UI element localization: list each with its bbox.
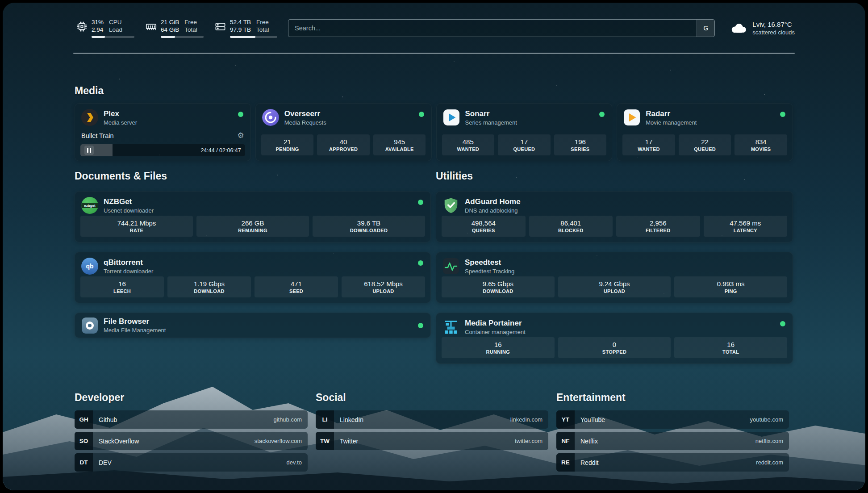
social-bookmarks: LI LinkedIn linkedin.com TW Twitter twit… [316, 410, 548, 450]
bookmark-abbr: SO [75, 432, 93, 450]
disk-icon [214, 21, 226, 33]
app-card-qbittorrent[interactable]: qb qBittorrent Torrent downloader 16LEEC… [75, 252, 431, 303]
qbittorrent-icon: qb [81, 258, 98, 275]
app-name: Radarr [646, 109, 697, 118]
cpu-load-value: 2.94 [92, 26, 104, 33]
adguard-icon [442, 197, 459, 214]
app-name: Media Portainer [465, 319, 526, 328]
section-title-developer: Developer [75, 391, 124, 404]
section-title-entertainment: Entertainment [556, 391, 626, 404]
app-card-plex[interactable]: Plex Media server Bullet Train ⚙ 24:44 /… [75, 103, 251, 161]
app-desc: Container management [465, 329, 526, 335]
header-divider [73, 53, 795, 54]
dashboard-screen: 31% 2.94 CPU Load [0, 0, 868, 493]
search-bar: G [288, 19, 715, 37]
stat-tile: 618.52 MbpsUPLOAD [342, 276, 425, 297]
bookmark-url: youtube.com [750, 416, 783, 423]
bookmark-twitter[interactable]: TW Twitter twitter.com [316, 432, 548, 450]
app-name: AdGuard Home [465, 197, 521, 206]
cloud-icon [729, 22, 748, 34]
app-card-speedtest[interactable]: Speedtest Speedtest Tracking 9.65 GbpsDO… [436, 252, 793, 303]
status-dot [418, 260, 423, 266]
weather-location: Lviv, 16.87°C [752, 21, 795, 28]
gear-icon[interactable]: ⚙ [238, 132, 244, 139]
app-desc: Torrent downloader [104, 268, 153, 275]
stat-tile: 1.19 GbpsDOWNLOAD [167, 276, 251, 297]
search-engine-button[interactable]: G [697, 20, 714, 37]
status-dot [418, 323, 423, 328]
disk-progress-bar [230, 36, 277, 38]
bookmark-abbr: NF [556, 432, 575, 450]
bookmark-abbr: DT [75, 453, 93, 472]
app-card-filebrowser[interactable]: File Browser Media File Management [75, 313, 431, 338]
plex-icon [81, 109, 98, 126]
bookmark-url: stackoverflow.com [255, 438, 302, 444]
bookmark-url: netflix.com [755, 438, 783, 444]
playback-time: 24:44 / 02:06:47 [200, 147, 241, 154]
bookmark-url: linkedin.com [510, 416, 542, 423]
app-desc: Usenet downloader [104, 207, 154, 214]
speedtest-icon [442, 258, 459, 275]
cpu-widget: 31% 2.94 CPU Load [76, 18, 134, 38]
stat-tile: 744.21 MbpsRATE [80, 216, 193, 237]
bookmark-url: dev.to [287, 459, 302, 466]
ram-progress-bar [161, 36, 204, 38]
ram-total-label: Total [184, 26, 197, 33]
bookmark-stackoverflow[interactable]: SO StackOverflow stackoverflow.com [75, 432, 308, 450]
app-name: NZBGet [104, 197, 154, 206]
pause-icon[interactable] [84, 146, 94, 155]
app-name: Speedtest [465, 258, 514, 267]
utilities-column: AdGuard Home DNS and adblocking 498,564Q… [436, 191, 793, 364]
cpu-progress-bar [92, 36, 134, 38]
bookmark-netflix[interactable]: NF Netflix netflix.com [556, 432, 789, 450]
bookmark-github[interactable]: GH Github github.com [75, 410, 308, 429]
app-card-sonarr[interactable]: Sonarr Series management 485WANTED 17QUE… [436, 103, 613, 161]
ram-widget: 21 GiB 64 GiB Free Total [145, 18, 204, 38]
bookmark-abbr: YT [556, 410, 575, 429]
app-desc: Media Requests [284, 119, 326, 126]
ram-free-value: 21 GiB [161, 18, 179, 26]
radarr-icon [623, 109, 640, 126]
bookmark-name: StackOverflow [99, 438, 139, 445]
bookmark-youtube[interactable]: YT YouTube youtube.com [556, 410, 789, 429]
stat-tile: 17QUEUED [498, 134, 551, 155]
bookmark-reddit[interactable]: RE Reddit reddit.com [556, 453, 789, 472]
bookmark-name: Twitter [340, 438, 358, 445]
overseerr-icon [262, 109, 279, 126]
app-desc: Media server [104, 119, 137, 126]
ram-icon [145, 21, 157, 33]
stat-tile: 0.993 msPING [674, 276, 787, 297]
bookmark-url: twitter.com [515, 438, 542, 444]
app-name: qBittorrent [104, 258, 153, 267]
app-name: Overseerr [284, 109, 326, 118]
stat-tile: 22QUEUED [679, 134, 731, 155]
disk-widget: 52.4 TB 97.9 TB Free Total [214, 18, 277, 38]
stat-tile: 40APPROVED [317, 134, 370, 155]
cpu-label: CPU [109, 18, 122, 26]
stat-tile: 47.569 msLATENCY [704, 216, 788, 237]
bookmark-dev[interactable]: DT DEV dev.to [75, 453, 308, 472]
stat-tile: 9.65 GbpsDOWNLOAD [442, 276, 555, 297]
app-card-radarr[interactable]: Radarr Movie management 17WANTED 22QUEUE… [617, 103, 793, 161]
search-input[interactable] [288, 20, 697, 37]
section-title-utilities: Utilities [436, 170, 473, 182]
cpu-percent: 31% [92, 18, 104, 26]
disk-total-label: Total [256, 26, 269, 33]
app-desc: Media File Management [104, 327, 166, 334]
app-card-adguard[interactable]: AdGuard Home DNS and adblocking 498,564Q… [436, 191, 793, 242]
app-desc: Series management [465, 119, 517, 126]
app-card-nzbget[interactable]: nzbget NZBGet Usenet downloader 744.21 M… [75, 191, 431, 242]
bookmark-linkedin[interactable]: LI LinkedIn linkedin.com [316, 410, 548, 429]
status-dot [780, 112, 785, 117]
app-card-portainer[interactable]: Media Portainer Container management 16R… [436, 313, 793, 364]
disk-free-value: 52.4 TB [230, 18, 251, 26]
bookmark-name: LinkedIn [340, 416, 363, 423]
app-card-overseerr[interactable]: Overseerr Media Requests 21PENDING 40APP… [255, 103, 432, 161]
stat-tile: 17WANTED [622, 134, 675, 155]
stat-tile: 498,564QUERIES [442, 216, 526, 237]
bookmark-abbr: LI [316, 410, 334, 429]
stat-tile: 86,401BLOCKED [529, 216, 613, 237]
status-dot [418, 200, 423, 205]
developer-bookmarks: GH Github github.com SO StackOverflow st… [75, 410, 308, 472]
playback-seekbar[interactable]: 24:44 / 02:06:47 [80, 144, 245, 156]
